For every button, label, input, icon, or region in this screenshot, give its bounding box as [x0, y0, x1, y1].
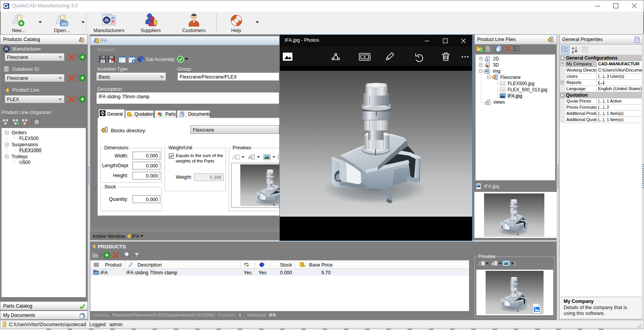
svg-text:Z: Z — [572, 50, 574, 54]
svg-text:A: A — [572, 46, 574, 50]
